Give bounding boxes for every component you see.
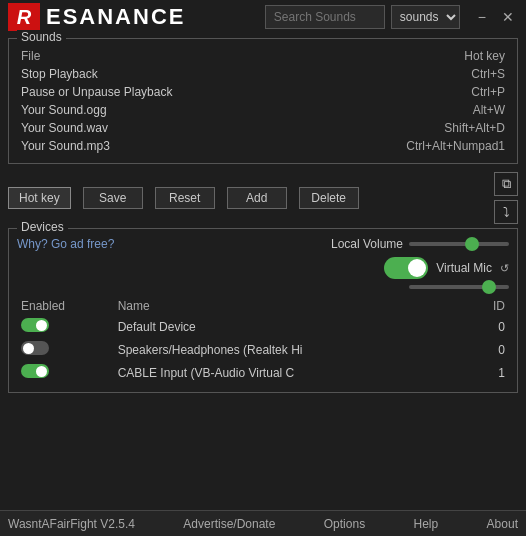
- virtual-mic-label: Virtual Mic: [436, 261, 492, 275]
- table-row[interactable]: Your Sound.mp3Ctrl+Alt+Numpad1: [17, 137, 509, 155]
- table-row[interactable]: Stop PlaybackCtrl+S: [17, 65, 509, 83]
- id-col-header: ID: [472, 297, 509, 315]
- table-row[interactable]: Your Sound.oggAlt+W: [17, 101, 509, 119]
- minimize-button[interactable]: −: [474, 7, 490, 27]
- device-enabled-cell[interactable]: [17, 361, 114, 384]
- reset-button[interactable]: Reset: [155, 187, 215, 209]
- copy-icon-button[interactable]: ⧉: [494, 172, 518, 196]
- device-toggle[interactable]: [21, 318, 49, 332]
- sound-file-cell: Your Sound.wav: [17, 119, 312, 137]
- sound-file-cell: Pause or Unpause Playback: [17, 83, 312, 101]
- volume-section: Local Volume Virtual Mic ↺: [331, 237, 509, 289]
- logo-r-icon: R: [8, 3, 40, 31]
- table-row: Speakers/Headphones (Realtek Hi0: [17, 338, 509, 361]
- device-enabled-cell[interactable]: [17, 315, 114, 338]
- paste-icon-button[interactable]: ⤵: [494, 200, 518, 224]
- virtual-mic-slider[interactable]: [409, 285, 509, 289]
- device-name-cell: Default Device: [114, 315, 472, 338]
- file-col-header: File: [17, 47, 312, 65]
- titlebar: R ESANANCE sounds − ✕: [0, 0, 526, 34]
- copy-icon-area: ⧉ ⤵: [494, 172, 518, 224]
- search-input[interactable]: [265, 5, 385, 29]
- hotkey-button[interactable]: Hot key: [8, 187, 71, 209]
- devices-table: Enabled Name ID Default Device0Speakers/…: [17, 297, 509, 384]
- titlebar-right: sounds − ✕: [265, 5, 518, 29]
- about-link[interactable]: About: [487, 517, 518, 531]
- advertise-link[interactable]: Advertise/Donate: [183, 517, 275, 531]
- window-controls: − ✕: [474, 7, 518, 27]
- save-button[interactable]: Save: [83, 187, 143, 209]
- device-name-cell: CABLE Input (VB-Audio Virtual C: [114, 361, 472, 384]
- toolbar: Hot key Save Reset Add Delete ⧉ ⤵: [8, 172, 518, 224]
- delete-button[interactable]: Delete: [299, 187, 359, 209]
- device-id-cell: 1: [472, 361, 509, 384]
- sounds-tbody: Stop PlaybackCtrl+SPause or Unpause Play…: [17, 65, 509, 155]
- devices-section: Devices Why? Go ad free? Local Volume Vi…: [8, 228, 518, 393]
- sounds-table: File Hot key Stop PlaybackCtrl+SPause or…: [17, 47, 509, 155]
- sound-hotkey-cell: Shift+Alt+D: [312, 119, 509, 137]
- virtual-mic-toggle[interactable]: [384, 257, 428, 279]
- sound-hotkey-cell: Alt+W: [312, 101, 509, 119]
- logo-text: ESANANCE: [46, 4, 185, 30]
- device-id-cell: 0: [472, 338, 509, 361]
- devices-top: Why? Go ad free? Local Volume Virtual Mi…: [17, 237, 509, 289]
- options-link[interactable]: Options: [324, 517, 365, 531]
- sound-hotkey-cell: Ctrl+Alt+Numpad1: [312, 137, 509, 155]
- statusbar: WasntAFairFight V2.5.4 Advertise/Donate …: [0, 510, 526, 536]
- virtual-mic-settings-icon[interactable]: ↺: [500, 262, 509, 275]
- version-label: WasntAFairFight V2.5.4: [8, 517, 135, 531]
- sound-file-cell: Your Sound.mp3: [17, 137, 312, 155]
- sound-hotkey-cell: Ctrl+S: [312, 65, 509, 83]
- sound-file-cell: Stop Playback: [17, 65, 312, 83]
- help-link[interactable]: Help: [414, 517, 439, 531]
- sounds-section: Sounds File Hot key Stop PlaybackCtrl+SP…: [8, 38, 518, 164]
- table-row[interactable]: Pause or Unpause PlaybackCtrl+P: [17, 83, 509, 101]
- local-volume-area: Local Volume: [331, 237, 509, 251]
- table-row: Default Device0: [17, 315, 509, 338]
- sounds-filter-dropdown[interactable]: sounds: [391, 5, 460, 29]
- virtual-mic-volume-area: [409, 285, 509, 289]
- sound-hotkey-cell: Ctrl+P: [312, 83, 509, 101]
- add-button[interactable]: Add: [227, 187, 287, 209]
- virtual-mic-row: Virtual Mic ↺: [384, 257, 509, 279]
- table-row[interactable]: Your Sound.wavShift+Alt+D: [17, 119, 509, 137]
- logo-area: R ESANANCE: [8, 3, 185, 31]
- devices-tbody: Default Device0Speakers/Headphones (Real…: [17, 315, 509, 384]
- local-volume-slider[interactable]: [409, 242, 509, 246]
- device-enabled-cell[interactable]: [17, 338, 114, 361]
- hotkey-col-header: Hot key: [312, 47, 509, 65]
- device-toggle[interactable]: [21, 341, 49, 355]
- device-name-cell: Speakers/Headphones (Realtek Hi: [114, 338, 472, 361]
- close-button[interactable]: ✕: [498, 7, 518, 27]
- table-row: CABLE Input (VB-Audio Virtual C1: [17, 361, 509, 384]
- name-col-header: Name: [114, 297, 472, 315]
- sound-file-cell: Your Sound.ogg: [17, 101, 312, 119]
- sounds-section-label: Sounds: [17, 30, 66, 44]
- ad-free-link[interactable]: Why? Go ad free?: [17, 237, 114, 251]
- enabled-col-header: Enabled: [17, 297, 114, 315]
- local-volume-label: Local Volume: [331, 237, 403, 251]
- device-toggle[interactable]: [21, 364, 49, 378]
- devices-section-label: Devices: [17, 220, 68, 234]
- device-id-cell: 0: [472, 315, 509, 338]
